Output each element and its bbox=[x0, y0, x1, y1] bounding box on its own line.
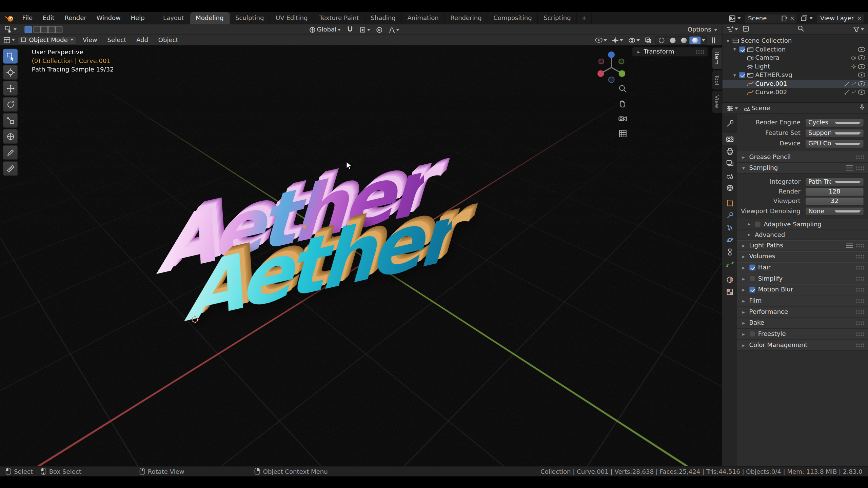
menu-window[interactable]: Window bbox=[92, 12, 126, 24]
workspace-tab-rendering[interactable]: Rendering bbox=[445, 12, 488, 24]
menu-edit[interactable]: Edit bbox=[38, 12, 60, 24]
navigation-gizmo[interactable] bbox=[592, 47, 630, 87]
hide-toggle-eye-icon[interactable] bbox=[858, 81, 865, 86]
shading-wireframe-button[interactable] bbox=[656, 36, 667, 44]
select-mode-extend-button[interactable] bbox=[34, 26, 41, 33]
sidebar-tab-tool[interactable]: Tool bbox=[712, 70, 722, 90]
panel-bake[interactable]: ▸Bake bbox=[737, 318, 868, 329]
panel-motion-blur[interactable]: ▸ Motion Blur bbox=[737, 284, 868, 296]
remove-view-layer-icon[interactable]: ✕ bbox=[857, 15, 862, 21]
snap-target-dropdown[interactable] bbox=[358, 26, 371, 33]
outliner-row-curve-001[interactable]: Curve.001 bbox=[723, 79, 868, 88]
proportional-falloff-dropdown[interactable] bbox=[387, 26, 400, 33]
transform-panel-header[interactable]: ▸ Transform bbox=[632, 47, 708, 57]
workspace-tab-uv-editing[interactable]: UV Editing bbox=[270, 12, 314, 24]
view-layer-selector[interactable]: View Layer ✕ bbox=[816, 14, 865, 23]
tool-transform[interactable] bbox=[3, 129, 18, 144]
shading-options-dropdown[interactable] bbox=[701, 39, 706, 41]
workspace-tab-layout[interactable]: Layout bbox=[158, 12, 190, 24]
outliner-search-icon[interactable] bbox=[797, 25, 804, 34]
snap-magnet-toggle[interactable] bbox=[346, 26, 355, 33]
scene-selector[interactable]: Scene ✕ bbox=[744, 14, 797, 23]
panel-simplify[interactable]: ▸ Simplify bbox=[737, 273, 868, 285]
zoom-icon[interactable] bbox=[618, 84, 628, 95]
workspace-tab-compositing[interactable]: Compositing bbox=[488, 12, 538, 24]
pin-id-icon[interactable] bbox=[859, 104, 865, 112]
panel-sampling[interactable]: ▾Sampling bbox=[737, 163, 868, 174]
render-engine-dropdown[interactable]: Cycles bbox=[805, 118, 864, 127]
new-scene-icon[interactable] bbox=[782, 15, 788, 21]
hide-toggle-eye-icon[interactable] bbox=[858, 64, 865, 69]
shading-rendered-button[interactable] bbox=[689, 36, 701, 44]
panel-color-management[interactable]: ▸Color Management bbox=[737, 340, 868, 351]
tab-view-layer[interactable] bbox=[723, 157, 737, 169]
tab-modifiers[interactable] bbox=[723, 209, 737, 221]
panel-hair[interactable]: ▸ Hair bbox=[737, 262, 868, 273]
panel-light-paths[interactable]: ▸Light Paths bbox=[737, 240, 868, 251]
properties-editor-type-button[interactable] bbox=[725, 105, 739, 111]
collection-checkbox[interactable] bbox=[739, 72, 745, 78]
panel-advanced[interactable]: ▸Advanced bbox=[737, 230, 868, 240]
tab-texture[interactable] bbox=[723, 285, 737, 298]
motion-blur-checkbox[interactable] bbox=[749, 287, 755, 293]
samples-viewport-field[interactable]: 32 bbox=[805, 197, 864, 205]
tab-particles[interactable] bbox=[723, 221, 737, 233]
tool-move[interactable] bbox=[3, 81, 18, 96]
adaptive-sampling-checkbox[interactable] bbox=[755, 221, 761, 227]
menu-select[interactable]: Select bbox=[103, 36, 131, 43]
tab-world[interactable] bbox=[723, 182, 737, 194]
panel-adaptive-sampling[interactable]: ▸ Adaptive Sampling bbox=[737, 219, 868, 230]
hair-checkbox[interactable] bbox=[749, 264, 755, 270]
tool-select-box[interactable] bbox=[3, 49, 18, 64]
hide-toggle-eye-icon[interactable] bbox=[858, 47, 865, 52]
simplify-checkbox[interactable] bbox=[749, 276, 755, 282]
tab-output[interactable] bbox=[723, 145, 737, 157]
sidebar-tab-view[interactable]: View bbox=[712, 91, 722, 113]
tab-tool[interactable] bbox=[723, 117, 737, 129]
mode-dropdown[interactable]: Object Mode bbox=[17, 36, 77, 44]
outliner-row-light[interactable]: Light bbox=[723, 62, 868, 71]
menu-help[interactable]: Help bbox=[126, 12, 150, 24]
workspace-tab-modeling[interactable]: Modeling bbox=[190, 12, 230, 24]
preset-list-icon[interactable] bbox=[846, 243, 853, 248]
workspace-tab-sculpting[interactable]: Sculpting bbox=[230, 12, 270, 24]
select-mode-intersect-button[interactable] bbox=[55, 26, 62, 33]
panel-performance[interactable]: ▸Performance bbox=[737, 307, 868, 318]
tab-physics[interactable] bbox=[723, 233, 737, 246]
feature-set-dropdown[interactable]: Supported bbox=[805, 129, 864, 138]
preset-list-icon[interactable] bbox=[846, 165, 853, 170]
browse-scene-button[interactable] bbox=[727, 15, 742, 22]
object-type-visibility-dropdown[interactable] bbox=[594, 38, 608, 43]
outliner-row-scene-collection[interactable]: ▾ Scene Collection bbox=[723, 37, 868, 45]
camera-view-icon[interactable] bbox=[618, 114, 628, 125]
workspace-tab-texture-paint[interactable]: Texture Paint bbox=[314, 12, 365, 24]
shading-material-button[interactable] bbox=[678, 36, 690, 44]
hide-toggle-eye-icon[interactable] bbox=[858, 56, 865, 61]
add-workspace-button[interactable]: + bbox=[577, 12, 592, 24]
collection-checkbox[interactable] bbox=[739, 46, 745, 53]
device-dropdown[interactable]: GPU Compute bbox=[805, 139, 864, 148]
active-tool-icon[interactable] bbox=[3, 25, 18, 33]
outliner-display-mode-icon[interactable] bbox=[743, 25, 749, 33]
tool-scale[interactable] bbox=[3, 113, 18, 128]
outliner-editor-type-button[interactable] bbox=[725, 26, 739, 33]
panel-freestyle[interactable]: ▸ Freestyle bbox=[737, 329, 868, 340]
panel-grip[interactable] bbox=[696, 49, 704, 54]
freestyle-checkbox[interactable] bbox=[749, 331, 755, 337]
select-mode-subtract-button[interactable] bbox=[41, 26, 48, 33]
orientation-dropdown[interactable]: Global bbox=[308, 26, 342, 33]
view-layer-button[interactable] bbox=[800, 15, 814, 22]
menu-file[interactable]: File bbox=[17, 12, 38, 24]
options-dropdown[interactable]: Options bbox=[688, 26, 717, 33]
xray-toggle[interactable] bbox=[644, 37, 653, 44]
tab-constraints[interactable] bbox=[723, 246, 737, 258]
menu-render[interactable]: Render bbox=[60, 12, 92, 24]
editor-type-button[interactable] bbox=[2, 36, 16, 43]
workspace-tab-shading[interactable]: Shading bbox=[365, 12, 402, 24]
hide-toggle-eye-icon[interactable] bbox=[858, 90, 865, 95]
denoising-dropdown[interactable]: None bbox=[805, 207, 864, 216]
pan-hand-icon[interactable] bbox=[618, 99, 628, 110]
shading-solid-button[interactable] bbox=[667, 36, 678, 44]
hide-toggle-eye-icon[interactable] bbox=[858, 73, 865, 78]
tool-cursor[interactable] bbox=[3, 65, 18, 80]
